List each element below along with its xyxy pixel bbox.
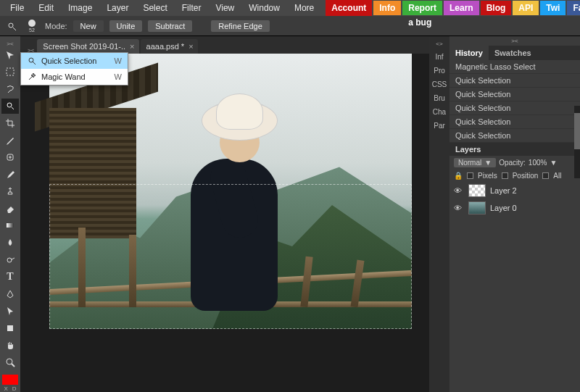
menu-more[interactable]: More	[287, 0, 321, 16]
layer-thumbnail[interactable]	[468, 184, 486, 197]
document-tab-1[interactable]: Screen Shot 2019-01-..×	[37, 39, 138, 54]
opacity-value[interactable]: 100%	[529, 159, 547, 167]
svg-rect-3	[7, 68, 14, 75]
brush-tool[interactable]	[1, 167, 19, 183]
blur-tool[interactable]	[1, 235, 19, 251]
layer-name[interactable]: Layer 2	[490, 186, 517, 195]
mode-label: Mode:	[45, 22, 67, 30]
quick-selection-icon	[4, 19, 19, 33]
lock-position-label: Position	[513, 172, 539, 180]
mode-unite-button[interactable]: Unite	[109, 20, 143, 32]
report-bug-button[interactable]: Report a bug	[402, 1, 442, 15]
learn-button[interactable]: Learn	[444, 1, 479, 15]
history-item[interactable]: Magnetic Lasso Select	[450, 60, 580, 74]
layers-panel-header[interactable]: Layers	[450, 143, 580, 156]
canvas-image[interactable]	[49, 54, 412, 329]
history-item[interactable]: Quick Selection	[450, 101, 580, 115]
lock-pixels-checkbox[interactable]	[467, 172, 473, 179]
crop-tool[interactable]	[1, 115, 19, 131]
css-panel-tab[interactable]: CSS	[429, 78, 450, 91]
mode-subtract-button[interactable]: Subtract	[148, 20, 192, 32]
history-item[interactable]: Quick Selection	[450, 115, 580, 129]
lock-all-checkbox[interactable]	[542, 172, 549, 179]
eraser-tool[interactable]	[1, 201, 19, 217]
path-select-tool[interactable]	[1, 303, 19, 319]
refine-edge-button[interactable]: Refine Edge	[211, 20, 270, 32]
menu-image[interactable]: Image	[61, 0, 99, 16]
flyout-quick-selection[interactable]: Quick Selection W	[21, 53, 128, 69]
layer-visibility-icon[interactable]: 👁	[454, 186, 464, 195]
canvas-viewport[interactable]	[49, 54, 423, 386]
paragraph-panel-tab[interactable]: Par	[429, 119, 450, 133]
lock-position-checkbox[interactable]	[502, 172, 508, 179]
zoom-tool[interactable]	[1, 354, 19, 370]
pen-tool[interactable]	[1, 286, 19, 302]
swap-colors-button[interactable]: X	[4, 385, 7, 392]
clone-tool[interactable]	[1, 184, 19, 200]
history-item[interactable]: Quick Selection	[450, 74, 580, 88]
brush-size-value: 52	[29, 28, 35, 33]
expand-panels-icon[interactable]: <>	[429, 41, 450, 47]
hand-tool[interactable]	[1, 338, 19, 354]
blog-button[interactable]: Blog	[481, 1, 512, 15]
main-area: >< T XD >< Screen Shot 2019-01-..× aaaa.…	[0, 36, 580, 392]
layer-visibility-icon[interactable]: 👁	[454, 204, 464, 212]
facebook-button[interactable]: Facebook	[567, 1, 580, 15]
heal-tool[interactable]	[1, 149, 19, 165]
menu-edit[interactable]: Edit	[31, 0, 61, 16]
menu-file[interactable]: File	[3, 0, 31, 16]
twitter-button[interactable]: Twi	[540, 1, 566, 15]
document-tab-2[interactable]: aaaa.psd *×	[141, 39, 198, 54]
foreground-color-swatch[interactable]	[2, 375, 18, 385]
menu-select[interactable]: Select	[136, 0, 174, 16]
type-tool[interactable]: T	[1, 269, 19, 285]
default-colors-button[interactable]: D	[12, 385, 17, 392]
menu-view[interactable]: View	[208, 0, 241, 16]
info-button[interactable]: Info	[373, 1, 401, 15]
shape-tool[interactable]	[1, 320, 19, 336]
move-tool[interactable]	[1, 47, 19, 63]
layer-name[interactable]: Layer 0	[490, 204, 517, 212]
info-panel-tab[interactable]: Inf	[429, 50, 450, 64]
brush-preset-icon[interactable]: 52	[25, 19, 39, 33]
document-tab-1-label: Screen Shot 2019-01-..	[43, 42, 125, 51]
gradient-tool[interactable]	[1, 218, 19, 234]
collapse-panel-icon[interactable]: ><	[450, 36, 580, 46]
menu-window[interactable]: Window	[241, 0, 287, 16]
eyedropper-tool[interactable]	[1, 133, 19, 149]
history-scrollbar[interactable]	[574, 106, 580, 178]
quick-selection-tool[interactable]	[1, 99, 19, 114]
menu-bar: File Edit Image Layer Select Filter View…	[0, 0, 580, 16]
blend-mode-value: Normal	[458, 159, 481, 167]
character-panel-tab[interactable]: Cha	[429, 105, 450, 119]
history-panel-tab[interactable]: History	[450, 46, 489, 60]
properties-panel-tab[interactable]: Pro	[429, 64, 450, 78]
blend-mode-dropdown[interactable]: Normal▼	[454, 158, 496, 167]
svg-point-8	[7, 258, 12, 262]
opacity-label: Opacity:	[499, 159, 526, 167]
close-icon[interactable]: ×	[188, 42, 193, 51]
flyout-label: Magic Wand	[41, 72, 86, 81]
swatches-panel-tab[interactable]: Swatches	[489, 46, 537, 60]
close-icon[interactable]: ×	[130, 42, 134, 51]
api-button[interactable]: API	[513, 1, 539, 15]
menu-filter[interactable]: Filter	[175, 0, 209, 16]
history-item[interactable]: Quick Selection	[450, 129, 580, 143]
svg-point-4	[7, 103, 12, 107]
brush-panel-tab[interactable]: Bru	[429, 91, 450, 105]
layer-row[interactable]: 👁 Layer 2	[450, 182, 580, 199]
layer-thumbnail[interactable]	[468, 201, 486, 214]
flyout-magic-wand[interactable]: Magic Wand W	[21, 69, 128, 85]
history-item[interactable]: Quick Selection	[450, 88, 580, 101]
chevron-down-icon[interactable]: ▼	[550, 159, 557, 167]
lasso-tool[interactable]	[1, 81, 19, 97]
account-button[interactable]: Account	[326, 0, 372, 16]
layer-row[interactable]: 👁 Layer 0	[450, 199, 580, 217]
menu-layer[interactable]: Layer	[99, 0, 136, 16]
flyout-label: Quick Selection	[41, 57, 96, 65]
rect-select-tool[interactable]	[1, 64, 19, 80]
svg-line-9	[12, 258, 14, 259]
dodge-tool[interactable]	[1, 252, 19, 268]
svg-point-11	[7, 359, 12, 364]
mode-new-button[interactable]: New	[73, 20, 104, 32]
